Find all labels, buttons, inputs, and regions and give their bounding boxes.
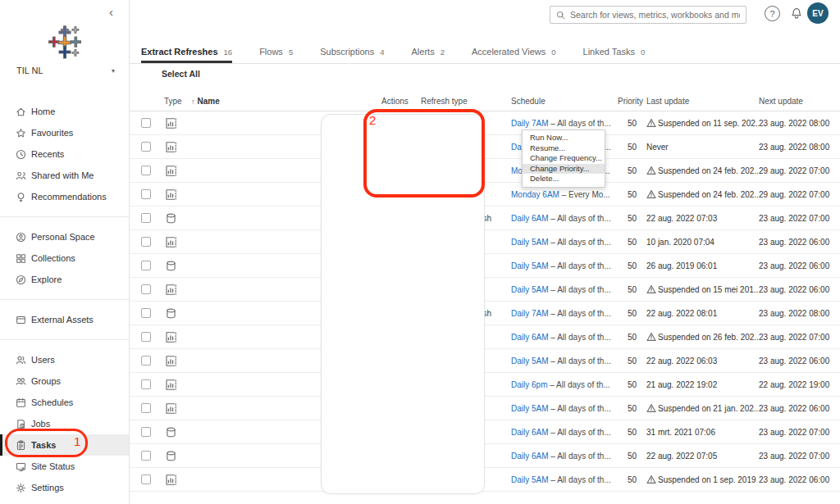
schedule-cell: Daily 6AM – All days of th... [511,214,618,223]
tab-label: Accelerated Views [472,47,546,57]
clock-icon [16,149,26,160]
sidebar-item-groups[interactable]: Groups [0,370,129,392]
priority-cell: 50 [618,428,641,437]
sidebar-item-jobs[interactable]: Jobs [0,413,129,434]
row-checkbox[interactable] [141,166,151,175]
schedule-link[interactable]: Monday 6AM [511,190,559,199]
sidebar-item-recommendations[interactable]: Recommendations [0,186,129,207]
row-checkbox-cell [141,261,164,270]
datasource-icon [164,261,191,271]
sidebar-item-shared-with-me[interactable]: Shared with Me [0,165,129,186]
last-update-cell: 31 mrt. 2021 07:06 [641,428,759,437]
search-box[interactable] [550,6,746,24]
schedule-link[interactable]: Daily 7AM [511,309,549,318]
schedule-link[interactable]: Daily 5AM [511,238,549,247]
last-update-cell: 22 aug. 2022 08:01 [641,309,759,318]
search-input[interactable] [570,10,740,20]
row-checkbox-cell [141,379,164,389]
row-checkbox[interactable] [141,284,151,294]
row-checkbox-cell [141,284,164,294]
schedule-link[interactable]: Daily 6AM [511,452,549,461]
tasks-table: Type↑NameActionsRefresh typeSchedulePrio… [130,92,840,492]
schedule-detail: – All days of th... [550,309,610,318]
table-row: •••Monday 6AM – Every Mo...50Suspended o… [130,159,840,183]
sidebar-item-settings[interactable]: Settings [0,477,129,498]
tab-alerts[interactable]: Alerts2 [412,47,445,63]
help-icon[interactable]: ? [765,6,780,21]
menu-item-run-now[interactable]: Run Now... [523,133,605,143]
schedule-link[interactable]: Daily 5AM [511,285,549,294]
row-checkbox[interactable] [141,213,151,223]
tableau-logo-icon [46,23,84,61]
row-checkbox[interactable] [141,427,151,437]
row-checkbox[interactable] [141,308,151,318]
row-checkbox[interactable] [141,451,151,461]
sidebar-item-external-assets[interactable]: External Assets [0,309,129,330]
sidebar-item-explore[interactable]: Explore [0,269,129,290]
tab-count: 0 [641,48,645,57]
schedule-link[interactable]: Daily 6AM [511,428,549,437]
schedule-link[interactable]: Daily 6AM [511,333,549,342]
sidebar-item-collections[interactable]: Collections [0,247,129,269]
tab-accelerated-views[interactable]: Accelerated Views0 [472,47,556,63]
row-checkbox[interactable] [141,379,151,389]
sidebar-item-label: Recommendations [31,192,107,202]
sidebar-item-tasks[interactable]: Tasks [0,434,129,456]
sidebar-divider [0,339,129,340]
schedule-detail: – Every Mo... [562,190,610,199]
menu-item-resume[interactable]: Resume... [523,143,605,154]
header-name[interactable]: ↑Name [191,97,381,106]
row-checkbox[interactable] [141,356,151,366]
sidebar-item-users[interactable]: Users [0,349,129,370]
last-update-text: Suspended on 11 sep. 202... [658,119,759,128]
last-update-text: Suspended on 1 sep. 2019 ... [658,475,759,484]
last-update-cell: Suspended on 24 feb. 202... [641,166,759,175]
header-priority: Priority [618,97,641,106]
sidebar-item-recents[interactable]: Recents [0,143,129,165]
sidebar-item-label: Tasks [31,440,56,450]
schedule-link[interactable]: Daily 5AM [511,404,549,413]
users-icon [16,355,26,366]
menu-item-change-priority[interactable]: Change Priority... [523,164,605,175]
sidebar-item-personal-space[interactable]: Personal Space [0,226,129,247]
schedule-cell: Daily 6AM – All days of th... [511,452,618,461]
tab-label: Flows [259,47,283,57]
schedule-link[interactable]: Daily 7AM [511,119,549,128]
row-checkbox[interactable] [141,142,151,152]
tab-subscriptions[interactable]: Subscriptions4 [320,47,384,63]
menu-item-change-frequency[interactable]: Change Frequency... [523,153,605,164]
tab-flows[interactable]: Flows5 [259,47,293,63]
row-checkbox[interactable] [141,118,151,128]
tab-linked-tasks[interactable]: Linked Tasks0 [583,47,646,63]
next-update-cell: 23 aug. 2022 06:00 [759,238,840,247]
menu-item-delete[interactable]: Delete... [523,174,605,184]
row-checkbox[interactable] [141,261,151,270]
schedule-link[interactable]: Daily 5AM [511,261,549,270]
table-row: •••Full refreshDaily 5AM – All days of t… [130,230,840,254]
row-checkbox[interactable] [141,332,151,342]
site-name: TIL NL [16,66,43,75]
row-checkbox[interactable] [141,403,151,413]
tab-extract-refreshes[interactable]: Extract Refreshes16 [141,47,232,63]
site-switcher[interactable]: TIL NL ▾ [16,66,115,75]
table-body: •••Full refreshDaily 7AM – All days of t… [130,111,840,492]
priority-cell: 50 [618,190,641,199]
avatar[interactable]: EV [807,2,829,24]
last-update-text: 22 aug. 2022 06:03 [646,356,717,366]
row-checkbox[interactable] [141,237,151,247]
row-checkbox[interactable] [141,189,151,199]
schedule-link[interactable]: Daily 5AM [511,356,549,366]
sidebar-item-home[interactable]: Home [0,101,129,122]
row-checkbox[interactable] [141,474,151,484]
sidebar-item-favourites[interactable]: Favourites [0,122,129,143]
schedule-cell: Daily 5AM – All days of th... [511,238,618,247]
notifications-bell-icon[interactable] [788,6,804,21]
schedule-link[interactable]: Daily 6pm [511,380,547,389]
next-update-cell: 23 aug. 2022 06:00 [759,404,840,413]
schedule-link[interactable]: Daily 6AM [511,214,549,223]
sidebar-collapse-button[interactable]: ‹ [109,5,113,19]
sidebar-item-schedules[interactable]: Schedules [0,392,129,413]
select-all-button[interactable]: Select All [162,69,200,79]
schedule-link[interactable]: Daily 5AM [511,475,549,484]
sidebar-item-site-status[interactable]: Site Status [0,456,129,477]
